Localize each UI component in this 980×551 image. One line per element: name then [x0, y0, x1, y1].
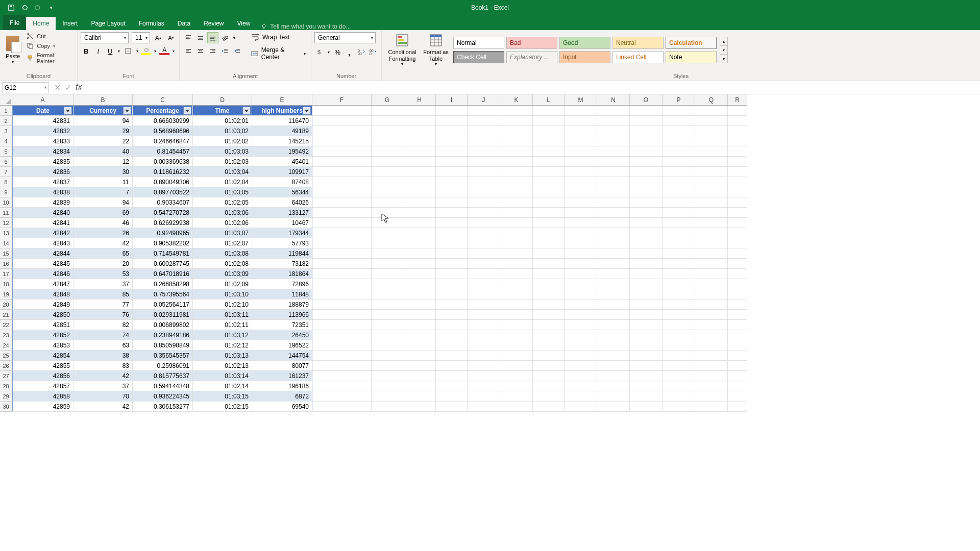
cell[interactable] — [630, 197, 663, 208]
paste-button[interactable]: Paste ▾ — [3, 32, 22, 68]
cell[interactable]: 01:03;14 — [193, 371, 252, 381]
cell[interactable]: 0.246646847 — [133, 136, 193, 146]
cell[interactable] — [403, 299, 436, 310]
enter-formula-icon[interactable]: ✓ — [65, 83, 71, 92]
cell[interactable]: 42831 — [12, 116, 74, 126]
cell[interactable] — [403, 289, 436, 299]
cell[interactable] — [728, 197, 747, 208]
cell[interactable] — [500, 197, 533, 208]
cell[interactable] — [663, 248, 695, 259]
cell[interactable] — [728, 238, 747, 248]
cell[interactable] — [468, 330, 500, 340]
row-header[interactable]: 6 — [0, 157, 12, 167]
cell[interactable]: 0.936224345 — [133, 391, 193, 402]
cell[interactable]: 69 — [74, 208, 133, 218]
cell[interactable]: 42844 — [12, 248, 74, 259]
column-header-I[interactable]: I — [436, 94, 468, 105]
cell[interactable] — [533, 146, 565, 157]
cell[interactable] — [372, 187, 403, 197]
cell[interactable] — [728, 177, 747, 187]
cell[interactable] — [533, 269, 565, 279]
cell[interactable] — [630, 330, 663, 340]
cell[interactable] — [630, 218, 663, 228]
cell[interactable] — [436, 177, 468, 187]
cell[interactable] — [436, 350, 468, 361]
cell[interactable]: 42 — [74, 402, 133, 412]
cell[interactable] — [630, 167, 663, 177]
cell[interactable] — [695, 197, 728, 208]
cell[interactable]: 72896 — [252, 279, 312, 289]
cell[interactable] — [468, 279, 500, 289]
cell[interactable] — [630, 116, 663, 126]
tab-insert[interactable]: Insert — [56, 17, 84, 30]
cell[interactable] — [436, 208, 468, 218]
cell[interactable] — [533, 289, 565, 299]
cell[interactable] — [597, 126, 630, 136]
cell[interactable] — [597, 208, 630, 218]
cell[interactable] — [436, 197, 468, 208]
cell[interactable] — [663, 361, 695, 371]
cell[interactable] — [597, 248, 630, 259]
cell[interactable]: 0.006899802 — [133, 320, 193, 330]
select-all-corner[interactable] — [0, 94, 12, 106]
cell[interactable] — [372, 391, 403, 402]
cell[interactable]: 11 — [74, 177, 133, 187]
cell[interactable] — [663, 208, 695, 218]
cell[interactable]: 74 — [74, 330, 133, 340]
cell[interactable] — [533, 402, 565, 412]
cell[interactable]: 0.81454457 — [133, 146, 193, 157]
cell[interactable] — [565, 177, 597, 187]
cell[interactable] — [372, 197, 403, 208]
cell[interactable] — [728, 371, 747, 381]
cell[interactable]: 01:03;12 — [193, 330, 252, 340]
cell[interactable] — [533, 218, 565, 228]
cell[interactable] — [403, 177, 436, 187]
row-header[interactable]: 14 — [0, 238, 12, 248]
cell[interactable] — [436, 381, 468, 391]
cell[interactable] — [533, 340, 565, 350]
cell[interactable] — [695, 361, 728, 371]
tab-formulas[interactable]: Formulas — [132, 17, 171, 30]
cell[interactable] — [597, 289, 630, 299]
cell[interactable]: 87408 — [252, 177, 312, 187]
cell[interactable] — [500, 248, 533, 259]
row-header[interactable]: 5 — [0, 146, 12, 157]
cell[interactable]: 0.890049306 — [133, 177, 193, 187]
tab-data[interactable]: Data — [171, 17, 197, 30]
cell[interactable] — [403, 106, 436, 116]
cell[interactable] — [372, 381, 403, 391]
cell[interactable] — [695, 248, 728, 259]
cell[interactable] — [663, 350, 695, 361]
cell[interactable]: 42858 — [12, 391, 74, 402]
column-header-C[interactable]: C — [133, 94, 193, 105]
cell[interactable] — [468, 361, 500, 371]
row-header[interactable]: 3 — [0, 126, 12, 136]
cell[interactable] — [695, 320, 728, 330]
cell[interactable] — [500, 361, 533, 371]
cell[interactable]: 0.815775637 — [133, 371, 193, 381]
cell[interactable]: 94 — [74, 197, 133, 208]
cell[interactable] — [468, 177, 500, 187]
cell[interactable]: Currency — [74, 106, 133, 116]
cell[interactable] — [468, 228, 500, 238]
cell[interactable] — [695, 177, 728, 187]
row-header[interactable]: 1 — [0, 106, 12, 116]
cell[interactable] — [372, 299, 403, 310]
cell[interactable] — [630, 310, 663, 320]
cell[interactable] — [728, 299, 747, 310]
cell[interactable]: 196522 — [252, 340, 312, 350]
cell[interactable] — [565, 238, 597, 248]
cell[interactable] — [565, 279, 597, 289]
cell[interactable] — [533, 279, 565, 289]
cell[interactable] — [403, 136, 436, 146]
cell[interactable]: 45401 — [252, 157, 312, 167]
cell[interactable] — [695, 228, 728, 238]
cell[interactable] — [500, 350, 533, 361]
cell[interactable]: 01:02;07 — [193, 238, 252, 248]
increase-font-icon[interactable]: A▴ — [153, 32, 163, 43]
cell[interactable] — [312, 299, 372, 310]
cell[interactable]: 53 — [74, 269, 133, 279]
cell[interactable] — [500, 238, 533, 248]
accounting-more-icon[interactable]: ▾ — [326, 46, 331, 58]
cell[interactable] — [500, 330, 533, 340]
